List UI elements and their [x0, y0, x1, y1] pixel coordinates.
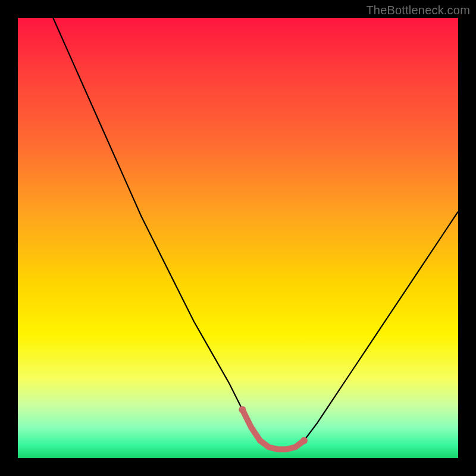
watermark-text: TheBottleneck.com	[366, 4, 470, 17]
marker-endpoint	[300, 437, 308, 444]
bottleneck-curve-svg	[18, 18, 458, 458]
chart-container: TheBottleneck.com	[0, 0, 476, 476]
plot-area	[18, 18, 458, 458]
bottleneck-minimum-markers	[242, 410, 304, 450]
bottleneck-curve	[53, 18, 458, 449]
marker-endpoint	[239, 406, 246, 414]
